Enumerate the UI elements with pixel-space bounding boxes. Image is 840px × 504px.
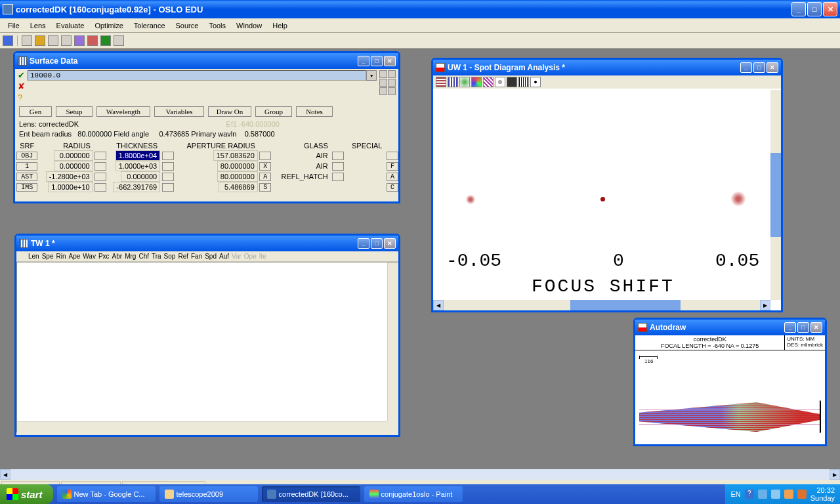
tw-tab-auf[interactable]: Auf [219,253,229,260]
tw-tab-chf[interactable]: Chf [138,253,149,260]
uw-min-button[interactable]: _ [740,62,752,73]
row-ast[interactable]: AST [16,173,37,181]
notes-button[interactable]: Notes [296,106,333,117]
toolbar-icon-8[interactable] [100,35,111,46]
menu-help[interactable]: Help [267,20,293,31]
tw-max-button[interactable]: □ [371,238,383,249]
autodraw-max-button[interactable]: □ [797,322,809,333]
uw-tool-1[interactable] [436,77,446,87]
surface-value-input[interactable] [28,70,366,81]
row-obj[interactable]: OBJ [16,152,37,160]
thickness-selected[interactable]: 1.8000e+04 [116,150,160,161]
uw-scroll-left[interactable]: ◀ [433,300,444,310]
tray-icon-5[interactable] [797,490,807,499]
toolbar-open-icon[interactable] [35,35,45,46]
tw-tab-sop[interactable]: Sop [164,253,176,260]
lang-indicator[interactable]: EN [730,490,740,498]
surface-data-titlebar[interactable]: Surface Data _ □ ✕ [15,53,398,69]
tw-tab-ref[interactable]: Ref [178,253,188,260]
main-scrollbar[interactable]: ◀ ▶ [0,469,840,480]
menu-lens[interactable]: Lens [25,20,51,31]
autodraw-min-button[interactable]: _ [784,322,796,333]
toolbar-icon-9[interactable] [114,35,124,46]
group-button[interactable]: Group [255,106,292,117]
surface-input-dropdown[interactable]: ▼ [366,70,377,81]
tw-tab-tra[interactable]: Tra [152,253,161,260]
main-minimize-button[interactable]: _ [791,2,806,16]
task-item-paint[interactable]: conjugate1oslo - Paint [364,486,463,502]
sd-tool-4[interactable] [388,79,396,87]
tw-min-button[interactable]: _ [358,238,369,249]
menu-window[interactable]: Window [231,20,267,31]
accept-icon[interactable]: ✔ [18,70,25,80]
toolbar-icon-2[interactable] [22,35,32,46]
task-item-folder[interactable]: telescope2009 [159,486,258,502]
sd-tool-1[interactable] [379,70,387,78]
main-maximize-button[interactable]: □ [807,2,822,16]
tw-close-button[interactable]: ✕ [384,238,396,249]
task-item-chrome[interactable]: New Tab - Google C... [57,486,156,502]
tray-icon-2[interactable] [758,490,767,499]
tw-tab-len[interactable]: Len [28,253,39,260]
toolbar-icon-6[interactable] [74,35,85,46]
uw-titlebar[interactable]: UW 1 - Spot Diagram Analysis * _ □ ✕ [433,60,781,75]
gen-button[interactable]: Gen [19,106,52,117]
menu-evaluate[interactable]: Evaluate [51,20,90,31]
row-ims[interactable]: IMS [16,183,37,192]
task-item-oslo[interactable]: correctedDK [160co... [262,486,360,502]
tw-tab-spd[interactable]: Spd [205,253,217,260]
toolbar-saveas-icon[interactable] [61,35,72,46]
uw-tool-6[interactable] [495,77,505,87]
wavelength-button[interactable]: Wavelength [96,106,150,117]
uw-tool-7[interactable] [507,77,517,87]
uw-scroll-thumb[interactable] [570,300,681,310]
sd-tool-6[interactable] [388,87,396,95]
autodraw-titlebar[interactable]: Autodraw _ □ ✕ [635,320,825,335]
menu-tolerance[interactable]: Tolerance [129,20,171,31]
menu-tools[interactable]: Tools [203,20,231,31]
uw-tool-2[interactable] [448,77,458,87]
drawon-button[interactable]: Draw On [208,106,251,117]
sd-tool-5[interactable] [379,87,387,95]
tw-resize-grip[interactable] [387,421,398,432]
toolbar-icon-7[interactable] [87,35,98,46]
setup-button[interactable]: Setup [56,106,93,117]
tw-tab-wav[interactable]: Wav [83,253,96,260]
tw-text-area[interactable] [16,262,398,432]
tw-tab-pxc[interactable]: Pxc [98,253,110,260]
cancel-icon[interactable]: ✘ [18,81,25,91]
tw-tab-spe[interactable]: Spe [42,253,54,260]
help-icon[interactable]: ? [18,93,25,102]
uw-tool-8[interactable] [518,77,529,87]
surface-max-button[interactable]: □ [371,56,383,66]
main-scroll-right[interactable]: ▶ [830,469,840,480]
uw-close-button[interactable]: ✕ [766,62,778,73]
toolbar-save-icon[interactable] [48,35,58,46]
sd-tool-2[interactable] [388,70,396,78]
uw-scroll-right[interactable]: ▶ [760,300,770,310]
tw-tab-rin[interactable]: Rin [56,253,66,260]
uw-tool-4[interactable] [471,77,482,87]
uw-max-button[interactable]: □ [753,62,765,73]
tray-icon-4[interactable] [784,490,793,499]
toolbar-icon-1[interactable] [3,35,13,46]
sd-tool-3[interactable] [379,79,387,87]
tw-scrollbar-h[interactable] [17,421,387,432]
uw-scrollbar-h[interactable]: ◀ ▶ [433,300,770,310]
taskbar-clock[interactable]: 20:32 Sunday [810,486,835,502]
uw-tool-5[interactable] [483,77,494,87]
tw-titlebar[interactable]: TW 1 * _ □ ✕ [16,236,398,251]
menu-file[interactable]: File [3,20,25,31]
start-button[interactable]: start [0,484,53,504]
tw-scrollbar-v[interactable] [387,262,398,421]
tw-tab-mrg[interactable]: Mrg [125,253,136,260]
uw-scrollbar-v[interactable] [770,90,781,300]
tw-tab-abr[interactable]: Abr [112,253,123,260]
menu-optimize[interactable]: Optimize [89,20,128,31]
autodraw-close-button[interactable]: ✕ [810,322,822,333]
surface-min-button[interactable]: _ [358,56,369,66]
surface-close-button[interactable]: ✕ [384,56,396,66]
tray-icon-3[interactable] [771,490,780,499]
menu-source[interactable]: Source [171,20,204,31]
main-scroll-left[interactable]: ◀ [0,469,10,480]
